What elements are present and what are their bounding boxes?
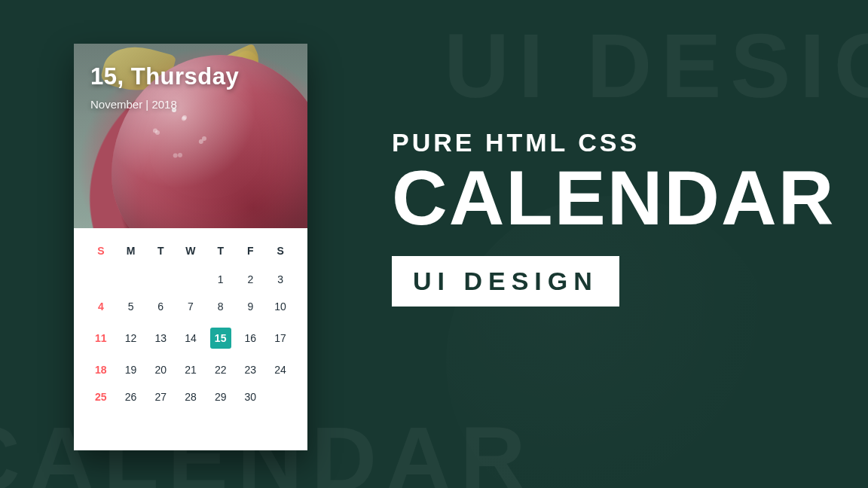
calendar-day-cell[interactable]: 21 <box>176 356 206 383</box>
calendar-day-cell[interactable]: 24 <box>265 356 295 383</box>
weekday-header: S <box>265 237 295 266</box>
weekday-header: M <box>116 237 146 266</box>
calendar-day-cell[interactable]: 30 <box>236 383 266 410</box>
calendar-day-cell[interactable]: 25 <box>86 383 116 410</box>
weekday-header: S <box>86 237 116 266</box>
calendar-day-cell[interactable]: 7 <box>176 293 206 320</box>
calendar-day-cell[interactable]: 22 <box>206 356 236 383</box>
calendar-card: 15, Thursday November | 2018 SMTWTFS 123… <box>74 44 307 450</box>
calendar-hero: 15, Thursday November | 2018 <box>74 44 307 228</box>
calendar-grid: SMTWTFS 12345678910111213141516171819202… <box>74 228 307 424</box>
calendar-day-cell[interactable]: 11 <box>86 320 116 356</box>
subtitle-text: PURE HTML CSS <box>392 128 835 157</box>
calendar-day-cell <box>176 266 206 293</box>
badge-label: UI DESIGN <box>392 256 619 307</box>
calendar-day-cell <box>86 266 116 293</box>
calendar-day-cell[interactable]: 28 <box>176 383 206 410</box>
current-month-year: November | 2018 <box>90 98 239 111</box>
calendar-day-cell[interactable]: 29 <box>206 383 236 410</box>
calendar-day-cell[interactable]: 19 <box>116 356 146 383</box>
calendar-day-cell[interactable]: 8 <box>206 293 236 320</box>
calendar-day-cell <box>116 266 146 293</box>
calendar-day-cell[interactable]: 15 <box>206 320 236 356</box>
calendar-day-cell[interactable]: 1 <box>206 266 236 293</box>
calendar-day-cell <box>145 266 176 293</box>
calendar-day-cell[interactable]: 23 <box>236 356 266 383</box>
calendar-day-cell[interactable]: 17 <box>265 320 295 356</box>
calendar-day-cell[interactable]: 10 <box>265 293 295 320</box>
weekday-header: T <box>145 237 176 266</box>
main-title-text: CALENDAR <box>392 162 835 235</box>
calendar-day-cell[interactable]: 3 <box>265 266 295 293</box>
calendar-day-cell[interactable]: 9 <box>236 293 266 320</box>
calendar-day-cell[interactable]: 6 <box>145 293 176 320</box>
calendar-day-cell[interactable]: 2 <box>236 266 266 293</box>
calendar-day-cell[interactable]: 26 <box>116 383 146 410</box>
calendar-day-cell[interactable]: 13 <box>145 320 176 356</box>
calendar-day-cell[interactable]: 18 <box>86 356 116 383</box>
calendar-day-cell[interactable]: 5 <box>116 293 146 320</box>
calendar-day-cell[interactable]: 16 <box>236 320 266 356</box>
weekday-header: T <box>206 237 236 266</box>
ghost-text-top: UI DESIG <box>444 14 868 117</box>
calendar-day-cell[interactable]: 27 <box>145 383 176 410</box>
calendar-day-cell <box>265 383 295 410</box>
calendar-day-cell[interactable]: 4 <box>86 293 116 320</box>
title-block: PURE HTML CSS CALENDAR UI DESIGN <box>392 128 835 307</box>
weekday-header: F <box>236 237 266 266</box>
current-date-heading: 15, Thursday <box>90 63 239 90</box>
calendar-day-cell[interactable]: 20 <box>145 356 176 383</box>
calendar-day-cell[interactable]: 14 <box>176 320 206 356</box>
weekday-header: W <box>176 237 206 266</box>
calendar-day-cell[interactable]: 12 <box>116 320 146 356</box>
calendar-table: SMTWTFS 12345678910111213141516171819202… <box>86 237 295 410</box>
